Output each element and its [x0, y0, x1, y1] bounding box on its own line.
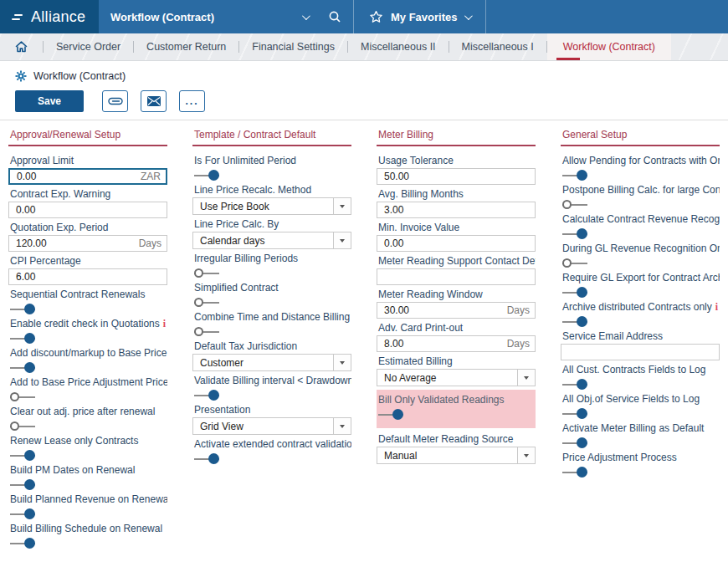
toggle-switch[interactable]: [562, 287, 587, 298]
select-input[interactable]: Calendar days: [192, 232, 351, 249]
toggle-switch[interactable]: [194, 326, 219, 337]
field-label: All Obj.of Service Fields to Log: [561, 393, 720, 405]
menu-icon[interactable]: [12, 13, 23, 21]
envelope-icon: [147, 96, 161, 106]
toggle-switch[interactable]: [194, 268, 219, 278]
field-label: Line Price Calc. By: [192, 218, 351, 230]
toggle-switch[interactable]: [194, 390, 219, 401]
field-label-text: Meter Reading Window: [378, 289, 483, 300]
toggle-switch[interactable]: [562, 437, 587, 448]
attachment-button[interactable]: [102, 90, 128, 112]
dropdown-arrow-icon[interactable]: [517, 370, 535, 386]
toggle-switch[interactable]: [10, 538, 35, 549]
toggle-knob: [562, 200, 572, 209]
toggle-knob: [208, 390, 219, 401]
tab-financial-settings[interactable]: Financial Settings: [239, 33, 347, 60]
input-value: 50.00: [377, 171, 535, 182]
toggle-switch[interactable]: [10, 304, 35, 314]
form-field-quotation-exp-period: Quotation Exp. Period120.00Days: [8, 222, 167, 252]
form-field-during-gl-revenue-recognition-only: During GL Revenue Recognition Only: [561, 243, 720, 268]
toggle-knob: [577, 379, 587, 390]
dropdown-arrow-icon[interactable]: [517, 447, 535, 463]
more-actions-button[interactable]: ...: [179, 90, 205, 112]
select-input[interactable]: No Average: [377, 369, 536, 386]
toggle-switch[interactable]: [10, 508, 35, 519]
toggle-switch[interactable]: [194, 453, 219, 464]
input-value: 6.00: [9, 271, 167, 283]
text-input[interactable]: 8.00Days: [377, 335, 536, 352]
text-input[interactable]: [377, 268, 536, 285]
text-input[interactable]: 50.00: [377, 168, 536, 185]
select-input[interactable]: Manual: [377, 447, 536, 464]
tab-service-order[interactable]: Service Order: [44, 33, 133, 60]
toggle-switch[interactable]: [194, 297, 219, 308]
field-label-text: CPI Percentage: [10, 255, 81, 267]
text-input[interactable]: 6.00: [8, 268, 167, 285]
toggle-switch[interactable]: [562, 467, 587, 478]
toggle-switch[interactable]: [10, 391, 35, 402]
field-label-text: Bill Only Validated Readings: [378, 394, 505, 406]
form-field-approval-limit: Approval Limit0.00ZAR: [8, 155, 167, 185]
toggle-switch[interactable]: [562, 379, 587, 390]
text-input[interactable]: 0.00: [8, 202, 167, 218]
field-label-text: Quotation Exp. Period: [10, 222, 108, 233]
toggle-switch[interactable]: [562, 316, 587, 327]
toggle-knob: [24, 508, 35, 519]
input-suffix: Days: [139, 238, 167, 249]
field-label-text: Activate extended contract validations: [194, 438, 351, 450]
module-dropdown[interactable]: Workflow (Contract): [99, 0, 316, 33]
form-field-usage-tolerance: Usage Tolerance50.00: [377, 155, 536, 185]
toggle-switch[interactable]: [562, 228, 587, 239]
dropdown-arrow-icon[interactable]: [333, 198, 351, 214]
select-input[interactable]: Use Price Book: [192, 197, 351, 215]
dropdown-arrow-icon[interactable]: [333, 355, 351, 370]
toggle-switch[interactable]: [10, 479, 35, 490]
favorites-menu[interactable]: My Favorites: [354, 0, 485, 33]
toggle-switch[interactable]: [194, 170, 219, 181]
info-icon[interactable]: i: [163, 318, 166, 329]
tab-miscellaneous-i[interactable]: Miscellaneous I: [449, 33, 546, 60]
tab-workflow-contract[interactable]: Workflow (Contract): [547, 33, 671, 60]
toggle-knob: [24, 304, 35, 314]
toggle-switch[interactable]: [562, 199, 587, 210]
select-input[interactable]: Customer: [192, 354, 351, 371]
toggle-switch[interactable]: [562, 170, 587, 181]
field-label-text: Renew Lease only Contracts: [10, 435, 138, 447]
text-input[interactable]: 0.00: [377, 235, 536, 252]
text-input[interactable]: 30.00Days: [377, 302, 536, 319]
field-label: Archive distributed Contracts onlyi: [561, 301, 720, 313]
form-field-estimated-billing: Estimated BillingNo Average: [377, 355, 536, 386]
info-icon[interactable]: i: [715, 301, 718, 313]
field-label: Quotation Exp. Period: [8, 222, 167, 233]
select-input[interactable]: Grid View: [192, 417, 351, 435]
form-field-line-price-calc-by: Line Price Calc. ByCalendar days: [192, 218, 351, 249]
field-label-text: Contract Exp. Warning: [10, 188, 110, 200]
field-label: Add discount/markup to Base Pricei: [8, 347, 167, 359]
tab-customer-return[interactable]: Customer Return: [134, 33, 238, 60]
form-field-activate-extended-contract-validations: Activate extended contract validationsi: [192, 438, 351, 464]
form-field-default-tax-jurisdiction: Default Tax JurisdictionCustomer: [192, 340, 351, 371]
field-label: Estimated Billing: [377, 355, 536, 367]
tab-home[interactable]: [0, 33, 43, 60]
toggle-switch[interactable]: [10, 421, 35, 432]
dropdown-arrow-icon[interactable]: [333, 418, 351, 434]
search-button[interactable]: [316, 0, 353, 33]
form-field-presentation: PresentationGrid View: [192, 404, 351, 435]
save-button[interactable]: Save: [15, 90, 84, 112]
text-input[interactable]: [561, 344, 720, 360]
toggle-knob: [577, 316, 587, 327]
toggle-switch[interactable]: [10, 362, 35, 373]
form-field-enable-credit-check-in-quotations: Enable credit check in Quotationsi: [8, 318, 167, 344]
text-input[interactable]: 120.00Days: [8, 235, 167, 252]
toggle-switch[interactable]: [10, 450, 35, 461]
toggle-switch[interactable]: [378, 409, 403, 420]
tab-miscellaneous-ii[interactable]: Miscellaneous II: [348, 33, 449, 60]
toggle-switch[interactable]: [10, 333, 35, 344]
email-button[interactable]: [141, 90, 167, 112]
toggle-switch[interactable]: [562, 408, 587, 419]
toggle-switch[interactable]: [562, 258, 587, 268]
text-input[interactable]: 0.00ZAR: [8, 168, 167, 185]
field-label-text: Build PM Dates on Renewal: [10, 464, 135, 476]
text-input[interactable]: 3.00: [377, 202, 536, 218]
dropdown-arrow-icon[interactable]: [333, 232, 351, 248]
